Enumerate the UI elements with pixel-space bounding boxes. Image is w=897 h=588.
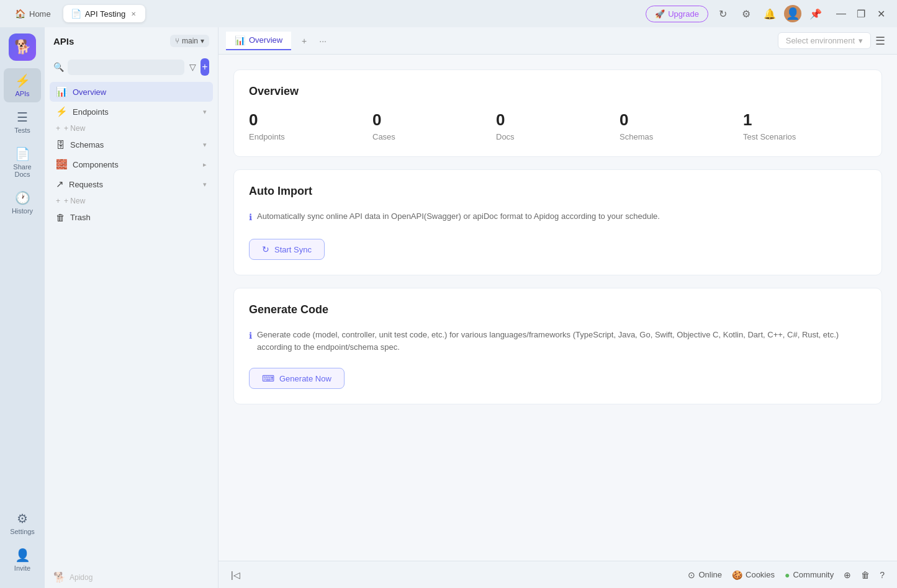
search-input[interactable] [68,60,184,75]
start-sync-button[interactable]: ↻ Start Sync [249,239,325,260]
upgrade-button[interactable]: 🚀 Upgrade [646,6,708,22]
cookies-icon: 🍪 [732,570,742,580]
pin-icon-button[interactable]: 📌 [806,4,825,23]
sidebar-item-share-docs[interactable]: 📄 Share Docs [4,141,41,183]
app-body: 🐕 ⚡ APIs ☰ Tests 📄 Share Docs 🕐 History … [0,27,897,588]
overview-tree-label: Overview [73,87,207,97]
online-icon: ⊙ [688,570,695,580]
new-label: + New [64,124,85,133]
docs-value: 0 [496,110,605,130]
schemas-chevron-icon: ▾ [203,141,207,149]
generate-code-info-icon: ℹ [249,329,252,342]
schemas-value: 0 [620,110,728,130]
sidebar-item-history[interactable]: 🕐 History [4,185,41,220]
community-icon: ● [785,570,790,580]
env-chevron-icon: ▾ [859,36,863,45]
api-testing-tab[interactable]: 📄 API Testing ✕ [63,5,146,22]
refresh-button[interactable]: ↻ [713,4,732,23]
tests-icon: ☰ [17,110,28,125]
tree-item-overview[interactable]: 📊 Overview [50,82,213,102]
tree-item-components[interactable]: 🧱 Components ▸ [50,154,213,174]
stat-docs: 0 Docs [496,110,620,141]
stat-endpoints: 0 Endpoints [249,110,372,141]
search-icon: 🔍 [53,62,64,72]
sidebar-bottom: ⚙ Settings 👤 Invite [4,506,41,582]
cases-value: 0 [372,110,481,130]
sync-icon: ↻ [262,244,269,254]
overview-tree-icon: 📊 [56,86,68,97]
footer-help-button[interactable]: ? [880,570,885,580]
community-button[interactable]: ● Community [785,570,834,580]
endpoints-tree-icon: ⚡ [56,106,68,117]
add-tab-button[interactable]: + [296,33,312,49]
endpoints-tree-label: Endpoints [73,107,198,117]
tree-item-trash[interactable]: 🗑 Trash [50,208,213,227]
footer-trash-button[interactable]: 🗑 [861,570,870,580]
schemas-tree-label: Schemas [70,140,198,149]
requests-new-item[interactable]: + + New [50,194,213,208]
sidebar-item-apis[interactable]: ⚡ APIs [4,68,41,102]
tree-item-endpoints[interactable]: ⚡ Endpoints ▾ [50,102,213,122]
more-tab-button[interactable]: ··· [315,33,331,49]
home-tab[interactable]: 🏠 Home [7,5,58,22]
home-icon: 🏠 [15,9,25,19]
settings-icon-button[interactable]: ⚙ [737,4,755,23]
tests-label: Tests [14,127,30,134]
requests-chevron-icon: ▾ [203,180,207,189]
footer-add-button[interactable]: ⊕ [844,570,851,580]
notifications-button[interactable]: 🔔 [760,4,779,23]
avatar[interactable]: 👤 [784,5,801,22]
generate-icon: ⌨ [262,373,274,383]
footer-collapse-button[interactable]: |◁ [231,570,240,580]
footer-trash-icon: 🗑 [861,570,870,580]
panel-title: APIs [53,36,165,47]
auto-import-info-icon: ℹ [249,211,252,224]
online-status[interactable]: ⊙ Online [688,570,722,580]
tab-close-button[interactable]: ✕ [129,9,138,18]
stats-row: 0 Endpoints 0 Cases 0 Docs 0 Schemas [249,110,867,141]
filter-button[interactable]: ▽ [188,58,197,76]
content-menu-button[interactable]: ☰ [871,32,890,50]
requests-tree-label: Requests [69,180,198,189]
branch-selector[interactable]: ⑂ main ▾ [170,35,209,47]
overview-content-tab[interactable]: 📊 Overview [226,32,291,50]
apidog-label: Apidog [70,573,92,582]
trash-tree-label: Trash [70,213,207,222]
overview-section-title: Overview [249,85,867,98]
tree-item-requests[interactable]: ↗ Requests ▾ [50,174,213,194]
footer-help-icon: ? [880,570,885,580]
cookies-label: Cookies [746,570,775,579]
maximize-button[interactable]: ❐ [852,5,870,22]
add-item-button[interactable]: + [201,58,209,76]
upgrade-label: Upgrade [668,9,699,19]
auto-import-description-text: Automatically sync online API data in Op… [257,210,660,223]
cookies-button[interactable]: 🍪 Cookies [732,570,775,580]
test-scenarios-value: 1 [743,110,852,130]
left-panel: APIs ⑂ main ▾ 🔍 ▽ + 📊 Overview ⚡ Endpoin… [45,27,219,588]
app-logo[interactable]: 🐕 [9,33,36,61]
online-label: Online [698,570,722,579]
generate-now-button[interactable]: ⌨ Generate Now [249,368,345,389]
api-testing-label: API Testing [85,9,126,19]
schemas-label: Schemas [620,132,728,141]
logo-icon: 🐕 [14,39,31,55]
test-scenarios-label: Test Scenarios [743,132,852,141]
upgrade-icon: 🚀 [655,9,665,19]
sidebar-item-tests[interactable]: ☰ Tests [4,105,41,139]
left-panel-header: APIs ⑂ main ▾ [45,27,218,55]
minimize-button[interactable]: — [832,5,850,22]
sidebar-item-settings[interactable]: ⚙ Settings [4,506,41,540]
sidebar-item-invite[interactable]: 👤 Invite [4,543,41,577]
trash-tree-icon: 🗑 [56,212,65,223]
schemas-tree-icon: 🗄 [56,140,65,150]
tree-item-schemas[interactable]: 🗄 Schemas ▾ [50,135,213,154]
env-selector[interactable]: Select environment ▾ [778,32,871,49]
endpoints-new-item[interactable]: + + New [50,122,213,135]
api-testing-icon: 📄 [71,9,81,19]
close-window-button[interactable]: ✕ [872,5,890,22]
requests-new-label: + New [64,197,85,205]
apis-icon: ⚡ [15,73,30,88]
share-docs-icon: 📄 [15,146,30,161]
invite-label: Invite [14,564,30,572]
endpoints-value: 0 [249,110,358,130]
